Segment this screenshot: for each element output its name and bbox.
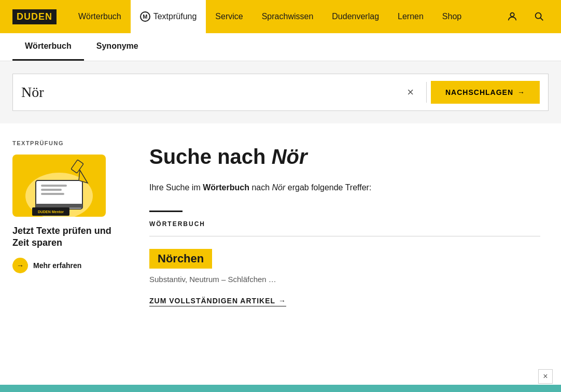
page-heading: Suche nach Nör <box>149 144 540 169</box>
nachschlagen-button[interactable]: NACHSCHLAGEN → <box>431 81 540 104</box>
search-clear-button[interactable]: × <box>399 86 422 99</box>
nav-item-lernen[interactable]: Lernen <box>388 0 433 33</box>
search-section: × NACHSCHLAGEN → <box>0 61 561 123</box>
nav-item-shop[interactable]: Shop <box>433 0 471 33</box>
section-divider <box>149 211 183 212</box>
svg-rect-7 <box>41 189 62 191</box>
main-container: TEXTPRÜFUNG <box>0 123 561 327</box>
svg-rect-6 <box>41 185 67 187</box>
navigation: DUDEN Wörterbuch M Textprüfung Service S… <box>0 0 561 33</box>
user-icon-button[interactable] <box>503 7 522 26</box>
search-box: × NACHSCHLAGEN → <box>12 74 549 111</box>
nav-items: Wörterbuch M Textprüfung Service Sprachw… <box>69 0 503 33</box>
bottom-bar <box>0 385 561 392</box>
sidebar-section-label: TEXTPRÜFUNG <box>12 140 112 146</box>
nav-item-textpruefung[interactable]: M Textprüfung <box>131 0 206 33</box>
search-icon-button[interactable] <box>530 7 549 26</box>
sidebar-promo-image: DUDEN Mentor <box>12 155 106 217</box>
page-wrapper: DUDEN Wörterbuch M Textprüfung Service S… <box>0 0 561 392</box>
sidebar-promo-title: Jetzt Texte prüfen und Zeit sparen <box>12 225 112 249</box>
section-label-woerterbuch: WÖRTERBUCH <box>149 220 540 228</box>
svg-rect-5 <box>36 204 82 208</box>
nav-item-sprachwissen[interactable]: Sprachwissen <box>253 0 323 33</box>
nav-item-dudenverlag[interactable]: Dudenverlag <box>322 0 388 33</box>
result-description: Ihre Suche im Wörterbuch nach Nör ergab … <box>149 181 540 194</box>
tab-synonyme[interactable]: Synonyme <box>84 33 151 61</box>
svg-point-0 <box>510 13 514 17</box>
tab-woerterbuch[interactable]: Wörterbuch <box>12 33 84 61</box>
svg-rect-9 <box>71 160 83 173</box>
sidebar: TEXTPRÜFUNG <box>0 123 124 327</box>
duden-logo[interactable]: DUDEN <box>12 9 57 24</box>
svg-point-1 <box>536 13 541 19</box>
nav-item-service[interactable]: Service <box>206 0 252 33</box>
close-button[interactable]: × <box>538 369 553 384</box>
search-input[interactable] <box>21 84 399 101</box>
search-divider <box>426 82 427 103</box>
mehr-erfahren-arrow-icon: → <box>12 258 28 273</box>
full-divider <box>149 236 540 236</box>
nav-item-woerterbuch[interactable]: Wörterbuch <box>69 0 131 33</box>
svg-line-2 <box>540 18 543 20</box>
result-word[interactable]: Nörchen <box>149 249 212 269</box>
result-subtitle: Substantiv, Neutrum – Schläfchen … <box>149 275 540 284</box>
tabs-section: Wörterbuch Synonyme <box>0 33 561 61</box>
mentor-icon: M <box>140 11 150 22</box>
svg-rect-8 <box>41 193 64 195</box>
nav-right <box>503 7 549 26</box>
svg-text:DUDEN Mentor: DUDEN Mentor <box>38 210 64 214</box>
vollstaendiger-artikel-link[interactable]: ZUM VOLLSTÄNDIGEN ARTIKEL → <box>149 297 286 306</box>
mehr-erfahren-link[interactable]: → Mehr erfahren <box>12 258 112 273</box>
content-area: Suche nach Nör Ihre Suche im Wörterbuch … <box>124 123 561 327</box>
